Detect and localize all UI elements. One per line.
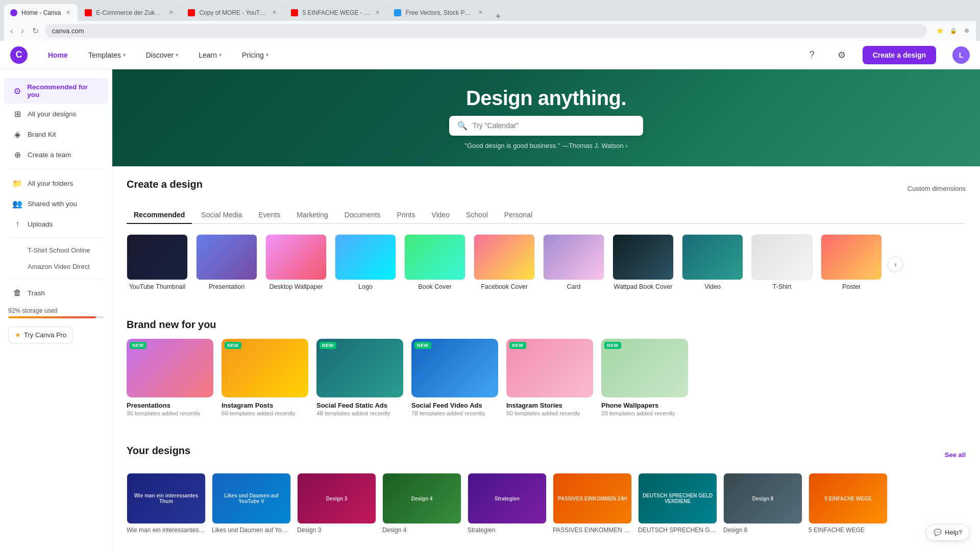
design-card-tshirt[interactable]: T-Shirt (751, 234, 813, 290)
your-design-thumb-d9: 5 EINFACHE WEGE (808, 473, 888, 524)
brand-card-phone-wallpapers[interactable]: NEW Phone Wallpapers 20 templates added … (601, 339, 688, 416)
tab-canva[interactable]: Home - Canva ✕ (4, 4, 78, 21)
nav-learn[interactable]: Learn ▾ (194, 49, 226, 61)
your-design-card-d6[interactable]: PASSIVES EINKOMMEN 24H PASSIVES EINKOMME… (553, 473, 632, 534)
design-card-logo[interactable]: Logo (335, 234, 396, 290)
try-pro-button[interactable]: ★ Try Canva Pro (8, 327, 73, 343)
design-card-card[interactable]: Card (543, 234, 604, 290)
tab-prints[interactable]: Prints (390, 207, 423, 224)
tab-copy[interactable]: Copy of MORE - YouTube Thu... ✕ (182, 4, 284, 21)
tab-einfache-title: 5 EINFACHE WEGE - YouTub... (302, 9, 370, 16)
sidebar-item-shared[interactable]: 👥 Shared with you (4, 194, 108, 214)
design-card-yt[interactable]: YouTube Thumbnail (127, 234, 188, 290)
custom-dimensions-link[interactable]: Custom dimensions (908, 185, 966, 192)
address-input[interactable] (45, 24, 927, 38)
sidebar-item-amazon[interactable]: Amazon Video Direct (4, 259, 108, 274)
brand-card-social-feed-video[interactable]: NEW Social Feed Video Ads 78 templates a… (411, 339, 498, 416)
tab-events[interactable]: Events (252, 207, 288, 224)
tab-documents[interactable]: Documents (337, 207, 388, 224)
design-card-wattpad[interactable]: Wattpad Book Cover (612, 234, 674, 290)
tab-einfache[interactable]: 5 EINFACHE WEGE - YouTub... ✕ (285, 4, 387, 21)
your-design-card-d8[interactable]: Design 8 Design 8 (723, 473, 802, 534)
avatar[interactable]: L (952, 46, 970, 64)
new-badge-instagram-stories: NEW (509, 342, 526, 349)
nav-templates[interactable]: Templates ▾ (84, 49, 130, 61)
trash-icon: 🗑 (12, 288, 22, 297)
sidebar-item-all-folders[interactable]: 📁 All your folders (4, 173, 108, 193)
your-design-card-d3[interactable]: Design 3 Design 3 (297, 473, 376, 534)
brand-card-sub-instagram-posts: 60 templates added recently (222, 410, 308, 416)
sidebar-item-all-designs[interactable]: ⊞ All your designs (4, 104, 108, 124)
your-design-card-d1[interactable]: Wie man ein interessantes Thum Wie man e… (127, 473, 206, 534)
brand-card-presentations[interactable]: NEW Presentations 30 templates added rec… (127, 339, 213, 416)
brand-card-instagram-posts[interactable]: NEW Instagram Posts 60 templates added r… (222, 339, 308, 416)
help-icon-btn[interactable]: ? (803, 46, 821, 64)
nav-pricing[interactable]: Pricing ▾ (238, 49, 273, 61)
design-next-button[interactable]: › (888, 257, 903, 272)
tab-einfache-close[interactable]: ✕ (374, 8, 381, 17)
design-card-wallpaper[interactable]: Desktop Wallpaper (265, 234, 327, 290)
your-design-card-d2[interactable]: Likes und Daumen auf YouTube V Likes und… (212, 473, 291, 534)
brand-card-title-instagram-posts: Instagram Posts (222, 402, 308, 409)
tab-copy-close[interactable]: ✕ (271, 8, 278, 17)
forward-button[interactable]: › (19, 24, 26, 38)
back-button[interactable]: ‹ (8, 24, 15, 38)
your-design-card-d9[interactable]: 5 EINFACHE WEGE 5 EINFACHE WEGE (808, 473, 888, 534)
brand-card-thumb-social-feed-static: NEW (316, 339, 403, 397)
new-tab-button[interactable]: + (491, 12, 505, 21)
see-all-link[interactable]: See all (945, 451, 966, 459)
all-folders-icon: 📁 (12, 179, 22, 188)
design-card-pres[interactable]: Presentation (196, 234, 257, 290)
sidebar-item-create-team[interactable]: ⊕ Create a team (4, 145, 108, 165)
tab-recommended[interactable]: Recommended (127, 207, 192, 224)
tab-vectors[interactable]: Free Vectors, Stock Photos &... ✕ (388, 4, 490, 21)
brand-card-sub-social-feed-static: 48 templates added recently (316, 410, 403, 416)
design-card-thumb-fb (474, 234, 535, 280)
design-card-fb[interactable]: Facebook Cover (474, 234, 535, 290)
reload-button[interactable]: ↻ (30, 24, 41, 38)
canva-logo[interactable]: C (10, 46, 28, 64)
nav-home[interactable]: Home (44, 49, 72, 61)
sidebar-item-trash[interactable]: 🗑 Trash (4, 283, 108, 303)
tab-ecommerce-close[interactable]: ✕ (168, 8, 175, 17)
brand-card-instagram-stories[interactable]: NEW Instagram Stories 50 templates added… (506, 339, 593, 416)
brand-new-section: Brand new for you NEW Presentations 30 t… (112, 307, 980, 433)
learn-arrow-icon: ▾ (219, 52, 222, 58)
extension-icon-2[interactable]: 🔒 (948, 26, 959, 36)
tab-social-media[interactable]: Social Media (194, 207, 249, 224)
tab-school[interactable]: School (459, 207, 495, 224)
extension-icon-1[interactable]: ⭐ (935, 26, 945, 36)
hero-search-input[interactable] (473, 121, 635, 130)
help-button[interactable]: 💬 Help? (926, 524, 970, 541)
design-card-poster[interactable]: Poster (821, 234, 882, 290)
create-design-section: Create a design Custom dimensions Recomm… (112, 166, 980, 307)
recommended-icon: ⊙ (12, 86, 22, 96)
your-design-card-d5[interactable]: Strategien Strategien (468, 473, 547, 534)
sidebar-item-tshirt[interactable]: T-Shirt School Online (4, 242, 108, 258)
your-design-card-d7[interactable]: DEUTSCH SPRECHEN GELD VERDIENE DEUTSCH S… (638, 473, 717, 534)
hero-search-icon: 🔍 (457, 121, 468, 131)
settings-icon-btn[interactable]: ⚙ (833, 46, 850, 64)
sidebar-item-uploads[interactable]: ↑ Uploads (4, 214, 108, 234)
hero-quote: "Good design is good business." —Thomas … (464, 142, 627, 149)
tab-marketing[interactable]: Marketing (289, 207, 335, 224)
tab-video[interactable]: Video (424, 207, 457, 224)
tab-ecommerce[interactable]: E-Commerce der Zukunft - Y... ✕ (79, 4, 181, 21)
youtube-favicon-1 (85, 9, 92, 16)
sidebar-item-brand-kit[interactable]: ◈ Brand Kit (4, 124, 108, 144)
tab-canva-close[interactable]: ✕ (65, 8, 71, 17)
design-card-video[interactable]: Video (682, 234, 743, 290)
create-design-button[interactable]: Create a design (863, 46, 936, 64)
tab-vectors-close[interactable]: ✕ (477, 8, 484, 17)
extension-icon-3[interactable]: ⚙ (962, 26, 972, 36)
nav-discover[interactable]: Discover ▾ (142, 49, 182, 61)
tab-personal[interactable]: Personal (497, 207, 540, 224)
create-team-icon: ⊕ (12, 150, 22, 160)
app: C Home Templates ▾ Discover ▾ Learn ▾ Pr… (0, 41, 980, 551)
sidebar-item-recommended[interactable]: ⊙ Recommended for you (4, 78, 108, 104)
design-card-thumb-wattpad (612, 234, 674, 280)
design-card-book[interactable]: Book Cover (404, 234, 465, 290)
brand-card-social-feed-static[interactable]: NEW Social Feed Static Ads 48 templates … (316, 339, 403, 416)
your-design-card-d4[interactable]: Design 4 Design 4 (382, 473, 461, 534)
design-tabs: Recommended Social Media Events Marketin… (127, 207, 966, 224)
